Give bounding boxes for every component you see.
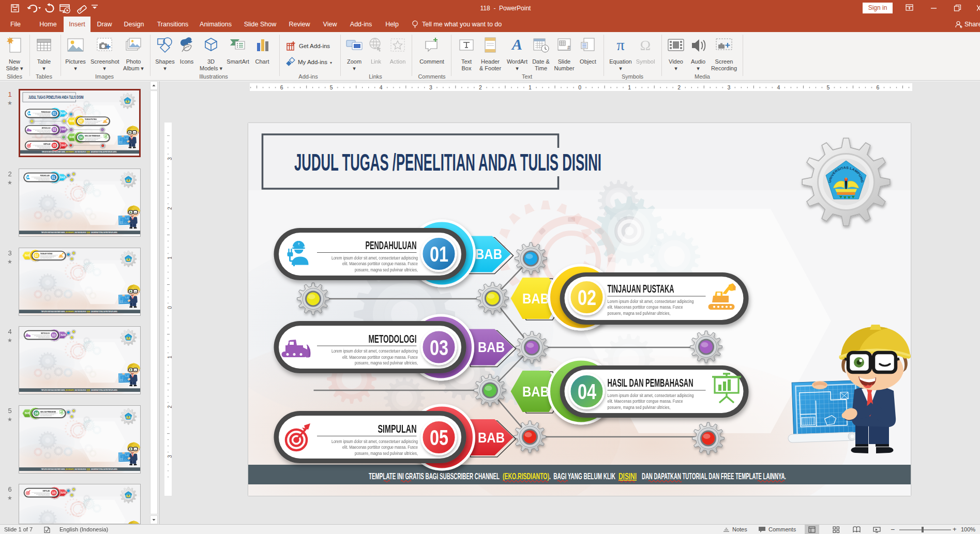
svg-text:posuere, magna sed pulvinar ul: posuere, magna sed pulvinar ultricies, [608,405,671,410]
svg-text:3: 3 [429,84,432,90]
svg-text:BAB: BAB [478,429,505,446]
svg-text:Lorem ipsum dolor sit amet, co: Lorem ipsum dolor sit amet, consectetuer… [608,299,694,304]
svg-text:A: A [511,36,522,53]
svg-text:posuere, magna sed pulvinar ul: posuere, magna sed pulvinar ultricies, [355,267,418,272]
svg-text:elit. Maecenas porttitor congu: elit. Maecenas porttitor congue massa. F… [342,261,418,266]
svg-text:2: 2 [677,84,681,90]
svg-text:0: 0 [167,306,172,309]
svg-text:2: 2 [479,84,482,90]
svg-text:0: 0 [578,84,581,90]
svg-text:Lorem ipsum dolor sit amet, co: Lorem ipsum dolor sit amet, consectetuer… [331,348,418,354]
svg-text:(EKO.RISDIANTO): (EKO.RISDIANTO) [503,471,549,481]
svg-text:elit. Maecenas porttitor congu: elit. Maecenas porttitor congue massa. F… [342,445,418,450]
svg-text:BAB: BAB [478,339,505,355]
svg-text:METODOLOGI: METODOLOGI [369,332,417,345]
svg-text:elit. Maecenas porttitor congu: elit. Maecenas porttitor congue massa. F… [608,399,683,404]
svg-text:elit. Maecenas porttitor congu: elit. Maecenas porttitor congue massa. F… [608,304,683,310]
svg-text:DAN DAPATKAN TUTORIAL DAN FREE: DAN DAPATKAN TUTORIAL DAN FREE TEMPLATE … [642,471,786,481]
svg-text:1: 1 [167,356,172,359]
svg-text:. BAGI YANG BELUM KLIK: . BAGI YANG BELUM KLIK [549,471,615,481]
svg-text:BAB: BAB [522,383,549,400]
svg-text:2: 2 [167,207,172,210]
svg-text:BAB: BAB [522,290,549,307]
svg-text:1: 1 [628,84,631,90]
svg-text:posuere, magna sed pulvinar ul: posuere, magna sed pulvinar ultricies, [608,311,671,316]
svg-text:Lorem ipsum dolor sit amet, co: Lorem ipsum dolor sit amet, consectetuer… [331,439,418,444]
svg-text:HASIL DAN PEMBAHASAN: HASIL DAN PEMBAHASAN [608,376,693,389]
svg-text:posuere, magna sed pulvinar ul: posuere, magna sed pulvinar ultricies, [355,451,418,456]
svg-text:4: 4 [777,84,780,90]
svg-text:Ω: Ω [640,37,651,53]
svg-text:3: 3 [167,157,172,160]
svg-text:1: 1 [167,256,172,260]
svg-text:PENDAHULUAN: PENDAHULUAN [366,239,417,252]
svg-text:01: 01 [430,242,448,266]
svg-text:03: 03 [430,335,448,360]
svg-text:DISINI: DISINI [619,471,637,481]
svg-text:6: 6 [280,84,283,90]
svg-text:05: 05 [430,425,448,450]
svg-text:posuere, magna sed pulvinar ul: posuere, magna sed pulvinar ultricies, [355,360,418,365]
svg-text:1: 1 [529,84,532,90]
svg-text:6: 6 [877,84,880,90]
svg-text:JUDUL TUGAS /PENELITIAN ANDA T: JUDUL TUGAS /PENELITIAN ANDA TULIS DISIN… [294,148,601,176]
svg-text:5: 5 [826,84,830,90]
svg-text:TINJAUAN PUSTAKA: TINJAUAN PUSTAKA [608,282,674,295]
svg-text:BAB: BAB [475,246,502,262]
svg-text:SIMPULAN: SIMPULAN [378,422,417,435]
svg-text:2: 2 [167,405,172,408]
svg-text:elit. Maecenas porttitor congu: elit. Maecenas porttitor congue massa. F… [342,355,418,360]
svg-text:#: # [567,45,570,51]
svg-text:Lorem ipsum dolor sit amet, co: Lorem ipsum dolor sit amet, consectetuer… [608,393,694,398]
svg-text:04: 04 [578,379,596,404]
svg-text:TEMPLATE INI GRATIS BAGI SUBSC: TEMPLATE INI GRATIS BAGI SUBSCRIBER CHAN… [369,471,500,481]
svg-text:π: π [616,36,624,53]
svg-text:Lorem ipsum dolor sit amet, co: Lorem ipsum dolor sit amet, consectetuer… [331,255,418,261]
svg-text:5: 5 [330,84,333,90]
svg-text:3: 3 [167,455,172,458]
svg-text:3: 3 [727,84,730,90]
svg-text:4: 4 [380,84,383,90]
svg-text:02: 02 [578,285,596,310]
